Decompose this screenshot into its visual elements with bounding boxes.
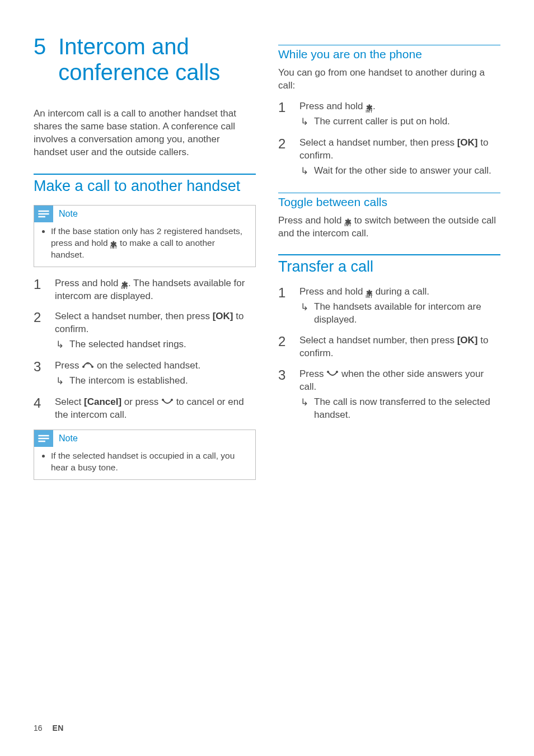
result-line: ↳ The current caller is put on hold.	[299, 115, 450, 129]
result-line: ↳ The handsets available for intercom ar…	[299, 301, 500, 326]
note-icon	[34, 206, 53, 222]
step-item: Press and hold ✱INT. ↳ The current calle…	[278, 100, 500, 129]
step-text: Press and hold ✱INT. The handsets availa…	[55, 278, 245, 301]
toggle-text: Press and hold ✱INT to switch between th…	[278, 214, 500, 240]
step-item: Select a handset number, then press [OK]…	[34, 310, 256, 352]
svg-point-0	[82, 366, 85, 368]
step-item: Select a handset number, then press [OK]…	[278, 334, 500, 360]
step-text: Press when the other side answers your c…	[299, 368, 484, 392]
result-text: The call is now transferred to the selec…	[314, 396, 500, 422]
star-int-key-icon: ✱INT	[366, 291, 373, 298]
note-title: Note	[59, 209, 78, 219]
star-int-key-icon: ✱INT	[344, 220, 352, 227]
svg-point-4	[171, 399, 173, 401]
result-text: The current caller is put on hold.	[314, 115, 450, 129]
page-number: 16	[34, 724, 43, 732]
svg-point-3	[162, 399, 164, 401]
right-column: While you are on the phone You can go fr…	[278, 34, 500, 734]
subsection-while-on-phone: While you are on the phone	[278, 45, 500, 61]
result-text: The selected handset rings.	[69, 338, 256, 352]
chapter-number: 5	[34, 34, 46, 85]
note-box-2: Note If the selected handset is occupied…	[34, 430, 256, 480]
svg-text:R: R	[87, 362, 90, 365]
result-text: Wait for the other side to answer your c…	[314, 165, 500, 178]
note-header: Note	[34, 206, 255, 222]
star-int-key-icon: ✱INT	[110, 242, 118, 249]
end-key-icon	[161, 396, 174, 409]
step-text: Select a handset number, then press [OK]…	[299, 137, 488, 161]
step-item: Press and hold ✱INT during a call. ↳ The…	[278, 286, 500, 326]
step-item: Press when the other side answers your c…	[278, 368, 500, 422]
sub1-intro: You can go from one handset to another d…	[278, 67, 500, 92]
page-footer: 16 EN	[34, 724, 64, 732]
page: 5 Intercom and conference calls An inter…	[0, 0, 534, 756]
step-text: Press and hold ✱INT during a call.	[299, 286, 429, 297]
svg-point-6	[336, 371, 338, 373]
note-item: If the base station only has 2 registere…	[51, 226, 247, 261]
result-text: The intercom is established.	[69, 375, 200, 388]
result-arrow-icon: ↳	[301, 301, 308, 326]
result-arrow-icon: ↳	[56, 375, 64, 388]
result-line: ↳ Wait for the other side to answer your…	[299, 165, 500, 178]
columns: 5 Intercom and conference calls An inter…	[34, 34, 500, 734]
svg-point-5	[327, 371, 329, 373]
svg-point-1	[91, 366, 93, 368]
section-make-call: Make a call to another handset	[34, 174, 256, 195]
end-key-icon	[326, 368, 339, 381]
intro-paragraph: An intercom call is a call to another ha…	[34, 108, 256, 159]
star-int-key-icon: ✱INT	[366, 106, 373, 113]
result-line: ↳ The intercom is established.	[55, 375, 200, 388]
note-icon	[34, 430, 53, 447]
result-text: The handsets available for intercom are …	[314, 301, 500, 326]
note-header: Note	[34, 430, 255, 447]
left-column: 5 Intercom and conference calls An inter…	[34, 34, 256, 734]
note-title: Note	[59, 433, 78, 444]
step-text: Press and hold ✱INT.	[299, 101, 376, 111]
step-text: Select [Cancel] or press to cancel or en…	[55, 396, 244, 420]
step-item: Press and hold ✱INT. The handsets availa…	[34, 277, 256, 303]
star-int-key-icon: ✱INT	[121, 283, 128, 290]
step-item: Select a handset number, then press [OK]…	[278, 137, 500, 178]
steps-transfer: Press and hold ✱INT during a call. ↳ The…	[278, 286, 500, 421]
result-line: ↳ The selected handset rings.	[55, 338, 256, 352]
step-item: Press R on the selected handset. ↳ The i…	[34, 360, 256, 388]
step-text: Select a handset number, then press [OK]…	[55, 311, 243, 334]
step-text: Select a handset number, then press [OK]…	[299, 335, 488, 358]
result-line: ↳ The call is now transferred to the sel…	[299, 396, 500, 422]
chapter-title: Intercom and conference calls	[58, 34, 256, 85]
note-item: If the selected handset is occupied in a…	[51, 450, 247, 474]
subsection-toggle: Toggle between calls	[278, 193, 500, 209]
page-language: EN	[52, 724, 63, 732]
talk-key-icon: R	[82, 360, 94, 372]
step-item: Select [Cancel] or press to cancel or en…	[34, 396, 256, 422]
result-arrow-icon: ↳	[301, 115, 308, 129]
section-transfer: Transfer a call	[278, 254, 500, 276]
note-box-1: Note If the base station only has 2 regi…	[34, 205, 256, 267]
chapter-heading: 5 Intercom and conference calls	[34, 34, 256, 85]
result-arrow-icon: ↳	[56, 338, 64, 352]
step-text: Press R on the selected handset.	[55, 360, 200, 371]
result-arrow-icon: ↳	[301, 396, 308, 422]
result-arrow-icon: ↳	[301, 165, 308, 178]
steps-make-call: Press and hold ✱INT. The handsets availa…	[34, 277, 256, 422]
steps-while-on-phone: Press and hold ✱INT. ↳ The current calle…	[278, 100, 500, 178]
